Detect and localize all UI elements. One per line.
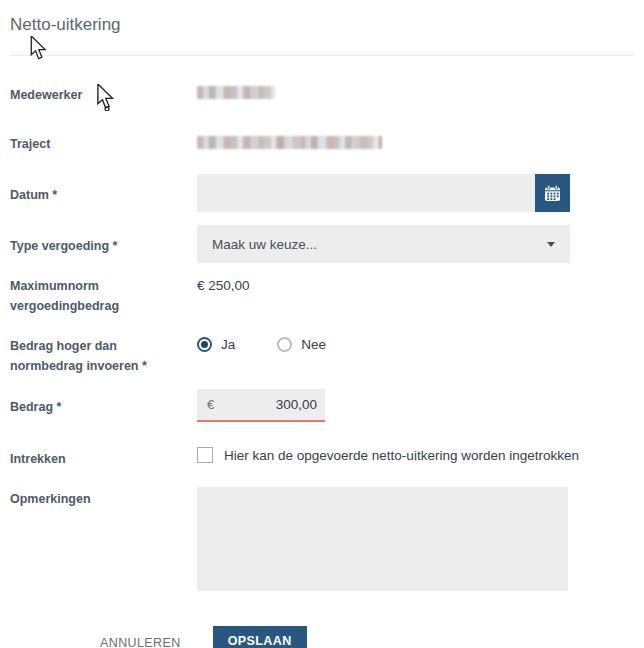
bedrag-hoger-label: Bedrag hoger dan normbedrag invoeren * [10, 336, 197, 376]
cancel-button[interactable]: ANNULEREN [100, 636, 181, 648]
type-vergoeding-label: Type vergoeding * [10, 225, 197, 256]
netto-uitkering-form: Netto-uitkering Medewerker Traject Datum… [0, 0, 644, 648]
calendar-icon [544, 185, 561, 202]
field-row-opmerkingen: Opmerkingen [10, 487, 634, 591]
field-row-medewerker: Medewerker [10, 85, 634, 105]
bedrag-hoger-radio-group: Ja Nee [197, 336, 634, 352]
radio-ja-label: Ja [221, 337, 235, 352]
medewerker-value-redacted [197, 86, 275, 99]
maximumnorm-value: € 250,00 [197, 276, 634, 296]
traject-value-redacted [197, 136, 382, 149]
medewerker-label: Medewerker [10, 85, 197, 105]
radio-nee-unselected[interactable] [277, 337, 292, 352]
page-title: Netto-uitkering [10, 14, 634, 36]
intrekken-checkbox[interactable] [197, 447, 213, 463]
intrekken-label: Intrekken [10, 447, 197, 469]
bedrag-input[interactable] [215, 397, 325, 412]
opmerkingen-label: Opmerkingen [10, 487, 197, 509]
radio-nee-label: Nee [301, 337, 326, 352]
datum-input-group [197, 174, 570, 212]
type-vergoeding-selected-value: Maak uw keuze... [212, 237, 547, 252]
currency-symbol: € [197, 397, 215, 412]
chevron-down-icon [547, 242, 555, 247]
field-row-bedrag-hoger: Bedrag hoger dan normbedrag invoeren * J… [10, 336, 634, 376]
radio-option-ja[interactable]: Ja [197, 337, 235, 352]
intrekken-checkbox-text: Hier kan de opgevoerde netto-uitkering w… [224, 448, 579, 463]
radio-option-nee[interactable]: Nee [277, 337, 326, 352]
traject-label: Traject [10, 134, 197, 154]
maximumnorm-label: Maximumnorm vergoedingbedrag [10, 276, 197, 316]
field-row-type-vergoeding: Type vergoeding * Maak uw keuze... [10, 225, 634, 263]
field-row-traject: Traject [10, 134, 634, 154]
datum-input[interactable] [197, 174, 535, 212]
datum-label: Datum * [10, 174, 197, 205]
field-row-bedrag: Bedrag * € [10, 389, 634, 422]
title-divider [10, 55, 634, 56]
intrekken-checkbox-row: Hier kan de opgevoerde netto-uitkering w… [197, 447, 634, 463]
bedrag-input-box: € [197, 389, 325, 422]
field-row-intrekken: Intrekken Hier kan de opgevoerde netto-u… [10, 447, 634, 469]
field-row-datum: Datum * [10, 174, 634, 212]
bedrag-label: Bedrag * [10, 389, 197, 417]
form-actions: ANNULEREN OPSLAAN [10, 626, 634, 648]
type-vergoeding-select[interactable]: Maak uw keuze... [197, 225, 570, 263]
field-row-maximumnorm: Maximumnorm vergoedingbedrag € 250,00 [10, 276, 634, 316]
radio-ja-selected[interactable] [197, 337, 212, 352]
datepicker-button[interactable] [535, 174, 570, 212]
save-button[interactable]: OPSLAAN [213, 626, 307, 648]
opmerkingen-textarea[interactable] [197, 487, 568, 591]
